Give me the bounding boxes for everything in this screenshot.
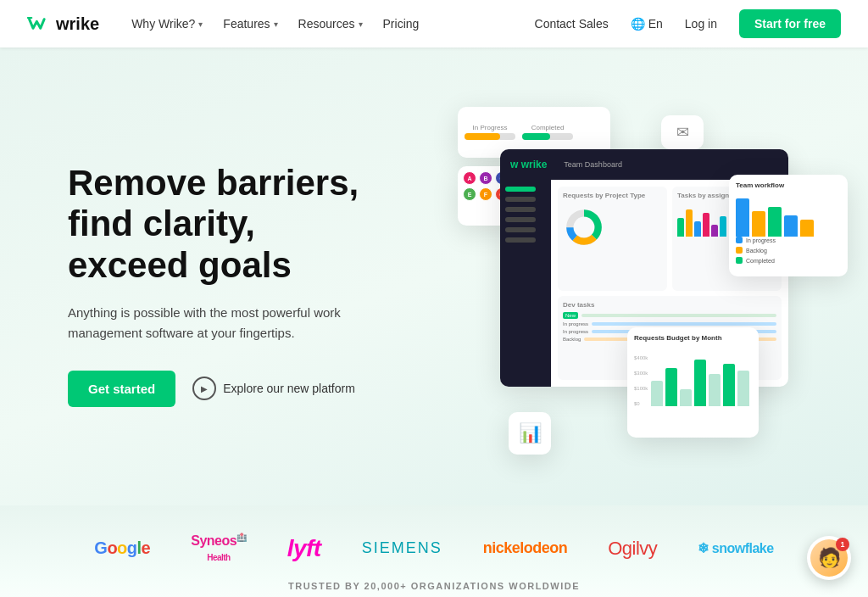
- chat-badge: 1: [836, 538, 849, 551]
- task-row: New: [563, 312, 776, 319]
- nickelodeon-logo: nickelodeon: [483, 539, 568, 557]
- sidebar-item: [505, 217, 536, 222]
- avatar: A: [463, 171, 476, 185]
- nav-features[interactable]: Features ▾: [214, 12, 286, 36]
- workflow-chart: [736, 194, 841, 237]
- syneos-logo: Syneos🏥Health: [191, 533, 246, 564]
- workflow-legend: In progress Backlog Completed: [736, 237, 841, 264]
- google-logo: Google: [94, 538, 150, 558]
- hero-title: Remove barriers, find clarity, exceed go…: [68, 163, 424, 286]
- wrike-logo-small: w wrike: [510, 159, 547, 170]
- email-card: ✉: [661, 115, 704, 149]
- nav-links: Why Wrike? ▾ Features ▾ Resources ▾ Pric…: [123, 12, 427, 36]
- in-progress-status: In Progress: [465, 124, 515, 142]
- avatar: B: [479, 171, 492, 185]
- chevron-down-icon: ▾: [359, 20, 363, 29]
- sidebar-item: [505, 187, 536, 192]
- start-for-free-button[interactable]: Start for free: [739, 9, 841, 38]
- hero-actions: Get started ▶ Explore our new platform: [68, 371, 424, 407]
- logo[interactable]: wrike: [27, 14, 99, 34]
- sidebar-item: [505, 227, 536, 232]
- sidebar-item: [505, 237, 536, 243]
- hero-section: Remove barriers, find clarity, exceed go…: [0, 47, 868, 505]
- navigation: wrike Why Wrike? ▾ Features ▾ Resources …: [0, 0, 868, 47]
- nav-right: Contact Sales 🌐 En Log in Start for free: [526, 9, 841, 38]
- dashboard-title: Team Dashboard: [564, 160, 622, 169]
- explore-platform-button[interactable]: ▶ Explore our new platform: [192, 377, 355, 400]
- task-row: In progress: [563, 321, 776, 326]
- budget-card: Requests Budget by Month $400k $300k $10…: [627, 327, 759, 438]
- sidebar-item: [505, 197, 536, 202]
- hero-subtitle: Anything is possible with the most power…: [68, 303, 373, 343]
- avatar: F: [479, 187, 492, 201]
- hero-content: Remove barriers, find clarity, exceed go…: [68, 163, 424, 407]
- ogilvy-logo: Ogilvy: [608, 538, 657, 560]
- contact-sales-button[interactable]: Contact Sales: [526, 12, 617, 36]
- lyft-logo: lyft: [287, 535, 321, 562]
- chat-widget[interactable]: 🧑 1: [807, 536, 851, 580]
- logo-text: wrike: [56, 14, 99, 34]
- play-icon: ▶: [192, 377, 216, 400]
- siemens-logo: SIEMENS: [362, 539, 442, 557]
- language-selector[interactable]: 🌐 En: [631, 17, 663, 31]
- status-items: In Progress Completed: [465, 124, 573, 142]
- trusted-text: Trusted by 20,000+ organizations worldwi…: [68, 581, 800, 591]
- nav-why-wrike[interactable]: Why Wrike? ▾: [123, 12, 211, 36]
- budget-chart: $400k $300k $100k $0: [634, 347, 752, 406]
- nav-left: wrike Why Wrike? ▾ Features ▾ Resources …: [27, 12, 427, 36]
- completed-status: Completed: [522, 124, 573, 142]
- snowflake-logo: ❄ snowflake: [698, 540, 773, 556]
- chevron-down-icon: ▾: [198, 20, 203, 29]
- workflow-card: Team workflow In progress Backlog Comple…: [729, 175, 848, 276]
- avatar: E: [463, 187, 476, 201]
- logos-section: Google Syneos🏥Health lyft SIEMENS nickel…: [0, 505, 868, 597]
- donut-chart: [563, 206, 605, 248]
- requests-widget: Requests by Project Type: [558, 187, 667, 291]
- analytics-icon: 📊: [519, 422, 542, 444]
- nav-resources[interactable]: Resources ▾: [290, 12, 371, 36]
- nav-pricing[interactable]: Pricing: [375, 12, 428, 36]
- globe-icon: 🌐: [631, 17, 645, 31]
- get-started-button[interactable]: Get started: [68, 371, 175, 407]
- login-button[interactable]: Log in: [676, 12, 726, 36]
- chevron-down-icon: ▾: [274, 20, 278, 29]
- logos-row: Google Syneos🏥Health lyft SIEMENS nickel…: [68, 533, 800, 564]
- dashboard-sidebar: [500, 180, 551, 387]
- analytics-card: 📊: [509, 412, 551, 455]
- hero-visual: In Progress Completed A B C D E F G: [458, 107, 841, 463]
- sidebar-item: [505, 207, 536, 212]
- email-icon: ✉: [676, 123, 689, 142]
